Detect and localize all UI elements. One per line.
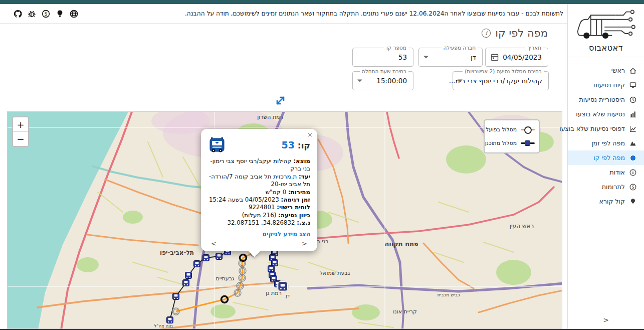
sidebar-item-6-active[interactable]: מפה לפי קו: [568, 150, 644, 165]
svg-text:$: $: [631, 185, 634, 189]
leaflet-map[interactable]: רמת השרוןראש העיןפתח תקווהתל-אביב-יפובני…: [7, 111, 562, 329]
history-icon: [629, 96, 637, 104]
popup-detail-row: לוחית רישוי: 9224801: [208, 204, 310, 211]
calendar-icon[interactable]: [490, 53, 499, 62]
selected-vehicle-marker[interactable]: [279, 282, 287, 290]
donate-icon[interactable]: $: [41, 9, 51, 19]
date-field[interactable]: תאריך 04/05/2023: [485, 48, 548, 67]
map-place-label: ראש העין: [510, 223, 534, 230]
bus-stop-marker[interactable]: [185, 272, 192, 279]
databus-logo-icon: [575, 9, 637, 42]
line-number-field[interactable]: מספר קו 53: [352, 48, 413, 67]
popup-line-number: 53: [281, 139, 294, 150]
popup-close-icon[interactable]: ×: [307, 131, 313, 138]
popup-detail-row: יעד: ת.מרכזית תל אביב קומה 7/הורדה-תל אב…: [208, 173, 310, 189]
sidebar-collapse-chevron[interactable]: <: [568, 316, 644, 324]
bus-stop-marker[interactable]: [183, 280, 189, 286]
planned-route-icon: [521, 139, 535, 147]
sidebar-item-8[interactable]: $לתרומות: [568, 180, 644, 194]
sidebar-item-label: ראשי: [611, 67, 625, 74]
map-place-label: כביש מכבית: [437, 292, 460, 297]
popup-detail-row: כיוון נסיעה: (216 מעלות): [208, 212, 310, 219]
sidebar-menu: ראשיקיום נסיעותהיסטוריית נסיעותנסיעות של…: [568, 63, 644, 209]
bus-stop-marker[interactable]: [216, 253, 223, 260]
operator-select[interactable]: חברה מפעילה דן: [418, 48, 483, 67]
linechart-icon: [629, 125, 637, 133]
language-globe-icon[interactable]: [69, 9, 79, 19]
legend-planned-route: מסלול מתוכנן: [489, 136, 535, 150]
sidebar-item-label: אודות: [610, 169, 625, 176]
sidebar-item-1[interactable]: קיום נסיעות: [568, 78, 644, 92]
line-number-value: 53: [398, 48, 407, 66]
zoom-in-button[interactable]: +: [13, 117, 28, 131]
data-gap-notice: לתשומת לבכם - עבור נסיעות שבוצעו לאחר ה1…: [185, 4, 563, 23]
sidebar-item-4[interactable]: דפוסי נסיעות שלא בוצעו: [568, 121, 644, 136]
sidebar-item-3[interactable]: נסיעות שלא בוצעו: [568, 107, 644, 121]
page-title: מפה לפי קו: [495, 27, 548, 39]
map-place-label: גבעת שמואל: [320, 270, 350, 276]
bug-report-icon[interactable]: [27, 9, 37, 19]
mapline-icon: [629, 154, 637, 162]
sidebar-item-label: לתרומות: [602, 183, 625, 191]
top-accent-bar: [0, 0, 644, 4]
bus-stop-marker[interactable]: [272, 260, 278, 266]
home-icon: [629, 67, 637, 75]
popup-detail-row: מהירות: 0 קמ"ש: [208, 189, 310, 196]
databus-app: $ לתשומת לבכם - עבור נסיעות שבוצעו לאחר …: [0, 0, 644, 330]
sidebar-item-9[interactable]: קול קורא: [568, 194, 644, 209]
geek-info-link[interactable]: הצג מידע לגיקים: [208, 231, 310, 238]
sidebar-item-label: קול קורא: [599, 198, 625, 205]
sidebar-item-label: מפה לפי קו: [593, 154, 625, 161]
popup-detail-row: זמן דגימה: 04/05/2023 בשעה 15:24: [208, 196, 310, 204]
legend-actual-route: מסלול בפועל: [489, 123, 535, 136]
bus-stop-marker[interactable]: [268, 266, 275, 272]
route-select[interactable]: בחירת מסלול נסיעה (2 אפשרויות) קהילות יע…: [453, 71, 549, 90]
map-place-label: רמת השרון: [257, 114, 283, 120]
github-icon[interactable]: [13, 9, 23, 19]
date-field-value: 04/05/2023: [503, 48, 542, 66]
sidebar-item-2[interactable]: היסטוריית נסיעות: [568, 92, 644, 107]
bus-stop-marker[interactable]: [203, 255, 209, 261]
map-place-label: פתח תקווה: [384, 240, 418, 248]
map-place-label: דן: [286, 293, 290, 298]
popup-details: מוצא: קהילות יעקב/רבי יוסף צבי רימון-בני…: [208, 157, 310, 227]
popup-next-arrow[interactable]: >: [300, 240, 309, 247]
map-place-label: קריית אונו: [393, 308, 416, 315]
monitor-icon: [629, 81, 637, 89]
start-time-select[interactable]: בחירת שעת התחלה 15:00:00: [352, 71, 413, 90]
operator-select-value: דן: [471, 48, 476, 66]
header-bar: $ לתשומת לבכם - עבור נסיעות שבוצעו לאחר …: [0, 4, 567, 24]
idea-icon[interactable]: [55, 9, 65, 19]
bus-stop-marker[interactable]: [167, 317, 173, 323]
logo[interactable]: דאטאבוס: [568, 4, 644, 57]
sidebar-item-label: מפה לפי זמן: [591, 139, 625, 147]
brand-name: דאטאבוס: [571, 43, 641, 53]
sidebar-item-7[interactable]: אודות: [568, 165, 644, 180]
expand-map-icon[interactable]: [274, 94, 287, 107]
sidebar-item-0[interactable]: ראשי: [568, 63, 644, 78]
map-legend: מסלול בפועל מסלול מתוכנן: [484, 119, 540, 153]
sidebar-item-label: נסיעות שלא בוצעו: [576, 110, 625, 118]
svg-text:$: $: [44, 11, 47, 16]
title-info-icon[interactable]: i: [482, 29, 491, 38]
start-time-value: 15:00:00: [376, 72, 407, 90]
chevron-down-icon: [423, 56, 428, 59]
bulb-icon: [629, 198, 637, 206]
vehicle-popup: × קו: 53 מו: [201, 129, 317, 251]
popup-header: קו: 53: [208, 136, 310, 154]
sidebar-item-5[interactable]: מפה לפי זמן: [568, 136, 644, 150]
bus-icon: [208, 136, 226, 154]
page-title-row: מפה לפי קו i: [482, 27, 548, 39]
map-place-label: נווה צה"ל: [154, 323, 173, 328]
dollar-icon: $: [629, 183, 637, 191]
sidebar: דאטאבוס ראשיקיום נסיעותהיסטוריית נסיעותנ…: [567, 4, 644, 329]
popup-prev-arrow[interactable]: <: [209, 240, 219, 247]
bus-stop-marker[interactable]: [194, 261, 200, 267]
popup-detail-row: נ.צ.: 34.826832, 32.087151: [208, 219, 310, 227]
maptime-icon: [629, 139, 637, 147]
chevron-down-icon: [357, 80, 362, 82]
map-place-label: גבעתיים: [216, 275, 235, 282]
zoom-out-button[interactable]: −: [13, 131, 28, 146]
bus-stop-marker[interactable]: [173, 293, 179, 300]
route-select-value: קהילות יעקב/רבי יוסף צבי רימ...: [449, 72, 542, 90]
